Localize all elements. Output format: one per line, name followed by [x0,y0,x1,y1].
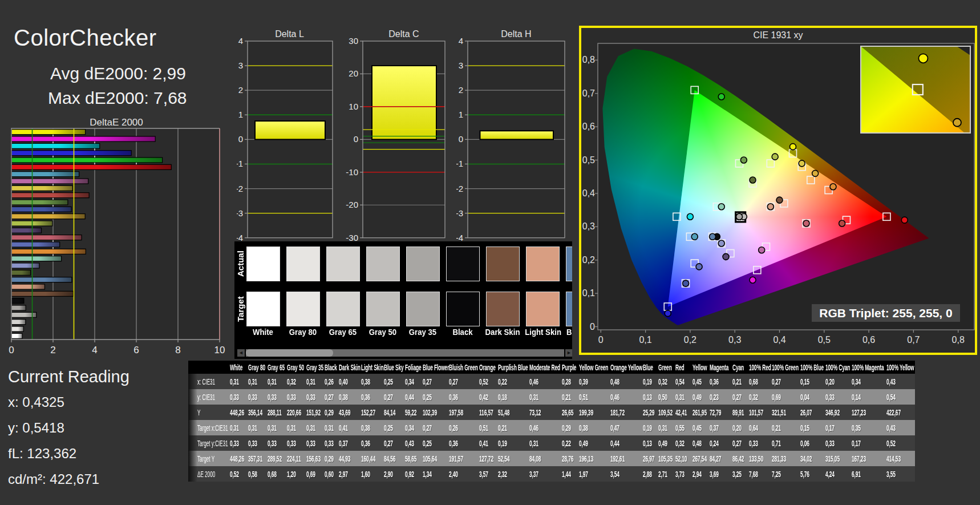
table-col-header: Blue Sky [384,361,405,374]
table-row: Target Y448,26357,31289,52224,11156,630,… [188,451,915,466]
swatch-label: Gray 80 [285,327,321,337]
cie-zoom-inset [861,46,970,133]
table-cell: 0,36 [449,435,479,451]
table-cell: 0,33 [230,435,248,451]
svg-text:-2: -2 [456,184,463,193]
table-cell: 0,69 [306,466,325,482]
table-cell: 6,91 [852,466,886,482]
table-cell: 0,47 [610,420,643,435]
table-col-header: Purple [562,361,579,374]
table-cell: 0,34 [852,374,886,389]
table-cell: 0,25 [384,374,405,389]
actual-swatch-black[interactable] [446,247,480,281]
cie-measured-100--magenta [750,277,756,283]
scroll-right-button[interactable]: ► [565,349,572,357]
table-cell: 192,61 [610,451,643,466]
table-cell: 72,79 [710,405,732,420]
deltae-bar-blue-sky [11,277,72,282]
target-swatch-black[interactable] [446,292,480,326]
svg-text:0: 0 [598,335,604,345]
table-cell: 0,36 [710,374,732,389]
table-cell: 321,51 [772,405,800,420]
table-cell: 0,31 [230,374,248,389]
table-cell: 0,21 [562,389,579,405]
svg-text:0: 0 [354,134,358,144]
actual-swatch-gray-80[interactable] [286,247,320,281]
table-cell: 224,11 [287,451,306,466]
target-swatch-dark-skin[interactable] [486,292,520,326]
target-swatch-blue-sky[interactable] [566,292,572,326]
cie-target-100--blue [664,303,671,310]
table-cell: 89,91 [732,405,749,420]
cie-measured-100--cyan [687,213,693,220]
cie-measured-purple [723,253,729,260]
table-cell: 0,33 [287,389,306,405]
table-cell: 0,52 [230,466,248,482]
table-cell: 0,15 [800,374,825,389]
svg-text:0,6: 0,6 [582,122,595,131]
cie-measured-cyan [691,233,698,240]
table-col-header: Blue [643,361,658,374]
table-cell: 152,27 [361,405,384,420]
table-cell: 0,36 [449,389,479,405]
current-reading-y: y: 0,5418 [8,420,129,436]
table-cell: 0,27 [449,374,479,389]
actual-swatch-gray-35[interactable] [406,247,440,281]
table-cell: 0,51 [579,389,610,405]
svg-text:0: 0 [9,345,14,355]
actual-swatch-dark-skin[interactable] [486,247,520,281]
actual-swatch-blue-sky[interactable] [566,247,572,281]
table-col-header: Light Skin [361,361,384,374]
cie-target-orange-yellow [807,176,815,184]
cie-measured-100--green [718,94,724,100]
delta-l-chart: 43210-1-2-3-4 [237,27,342,250]
table-cell: 3,73 [675,466,693,482]
actual-row-label: Actual [236,247,246,281]
table-cell: 86,42 [732,451,749,466]
table-cell: 0,36 [361,435,384,451]
table-cell: 3,25 [732,466,749,482]
target-swatch-gray-35[interactable] [406,292,440,326]
target-swatch-gray-80[interactable] [286,292,320,326]
target-swatch-white[interactable] [246,292,280,326]
table-cell: 0,25 [423,389,449,405]
table-row: x: CIE310,310,310,310,320,310,260,400,38… [188,374,915,389]
swatch-scrollbar-thumb[interactable] [246,349,333,357]
table-cell: 220,66 [287,405,306,420]
scroll-left-button[interactable]: ◄ [237,349,245,357]
deltae-bar-100--red [11,164,171,169]
svg-text:2: 2 [238,85,243,95]
table-col-header: Moderate Red [529,361,562,374]
table-cell: 2,94 [693,466,710,482]
table-col-header: Purplish Blue [498,361,529,374]
actual-swatch-light-skin[interactable] [526,247,560,281]
table-cell: 0,44 [610,435,643,451]
cie-measured-magenta [759,247,765,253]
table-cell: 0,22 [562,435,579,451]
table-cell: 346,92 [825,405,852,420]
table-cell: 0,27 [423,420,449,435]
actual-swatch-white[interactable] [246,247,280,281]
table-cell: 43,69 [339,405,361,420]
table-col-header: Yellow [693,361,710,374]
target-swatch-gray-50[interactable] [366,292,400,326]
target-swatch-light-skin[interactable] [526,292,560,326]
scroll-left-icon: ◄ [238,350,244,355]
svg-text:8: 8 [175,345,180,355]
deltae-bar-green [11,200,68,205]
table-row-label: ΔE 2000 [197,466,230,482]
deltae-bar-blue-flower [11,263,39,268]
actual-swatch-gray-50[interactable] [366,247,400,281]
table-cell: 0,31 [248,374,268,389]
actual-swatch-gray-65[interactable] [326,247,360,281]
table-cell: 133,50 [749,451,772,466]
table-col-header: Gray 80 [248,361,268,374]
table-cell: 0,60 [325,466,339,482]
table-col-header: Yellow Green [579,361,610,374]
cie-diagram-panel: CIE 1931 xy 00,10,20,30,40,50,60,70,800,… [579,26,977,355]
svg-text:0,1: 0,1 [639,335,651,345]
table-cell: 0,04 [800,389,825,405]
table-cell: 0,21 [498,420,529,435]
table-cell: 0,20 [732,420,749,435]
target-swatch-gray-65[interactable] [326,292,360,326]
